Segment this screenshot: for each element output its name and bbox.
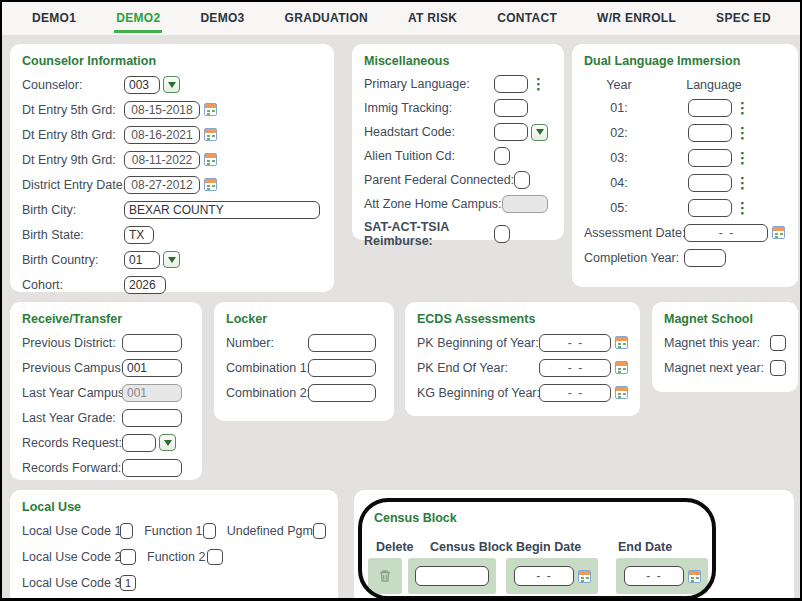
dual-language-immersion-card: Dual Language Immersion Year Language 01…	[572, 44, 798, 287]
birth-city-input[interactable]	[124, 201, 320, 219]
att-zone-home-campus-input	[502, 195, 548, 213]
dli-language-input-02[interactable]	[688, 124, 732, 142]
kg-beginning-of-year-label: KG Beginning of Year:	[417, 386, 539, 400]
last-year-campus-input	[122, 384, 182, 402]
tab-bar: DEMO1 DEMO2 DEMO3 GRADUATION AT RISK CON…	[2, 2, 800, 35]
headstart-code-input[interactable]	[494, 123, 528, 141]
district-entry-date-input[interactable]	[124, 176, 200, 194]
sat-act-tsia-input[interactable]	[494, 225, 510, 243]
calendar-icon[interactable]	[204, 153, 217, 166]
dt-entry-5th-input[interactable]	[124, 101, 200, 119]
counselor-dropdown-button[interactable]	[163, 76, 180, 93]
primary-language-input[interactable]	[494, 75, 528, 93]
alien-tuition-label: Alien Tuition Cd:	[364, 149, 494, 163]
tab-demo1[interactable]: DEMO1	[30, 5, 78, 33]
calendar-icon[interactable]	[204, 103, 217, 116]
previous-campus-input[interactable]	[122, 359, 182, 377]
ellipsis-icon[interactable]: ⋮	[735, 102, 750, 114]
tab-wr-enroll[interactable]: W/R ENROLL	[595, 5, 678, 33]
dli-language-input-04[interactable]	[688, 174, 732, 192]
birth-country-input[interactable]	[124, 251, 160, 269]
tab-demo2[interactable]: DEMO2	[114, 5, 162, 33]
completion-year-input[interactable]	[684, 249, 726, 267]
immig-tracking-label: Immig Tracking:	[364, 101, 494, 115]
tab-contact[interactable]: CONTACT	[495, 5, 559, 33]
census-block-input[interactable]	[415, 566, 489, 586]
magnet-this-year-checkbox[interactable]	[770, 335, 786, 351]
local-use-code-1-checkbox[interactable]	[120, 523, 133, 539]
end-date-input[interactable]	[624, 566, 684, 586]
alien-tuition-input[interactable]	[494, 147, 510, 165]
delete-button[interactable]	[368, 558, 402, 594]
begin-date-cell	[506, 558, 598, 594]
dli-language-input-05[interactable]	[688, 199, 732, 217]
census-block-title: Census Block	[374, 511, 457, 525]
previous-district-input[interactable]	[122, 334, 182, 352]
ellipsis-icon[interactable]: ⋮	[735, 127, 750, 139]
pk-end-of-year-input[interactable]	[539, 359, 611, 377]
kg-beginning-of-year-input[interactable]	[539, 384, 611, 402]
receive-transfer-card: Receive/Transfer Previous District: Prev…	[10, 302, 202, 480]
local-use-code-3-checkbox[interactable]: 1	[120, 575, 136, 591]
local-use-code-1-label: Local Use Code 1	[22, 524, 120, 538]
dli-language-input-01[interactable]	[688, 99, 732, 117]
ellipsis-icon[interactable]: ⋮	[735, 152, 750, 164]
tab-spec-ed[interactable]: SPEC ED	[714, 5, 773, 33]
calendar-icon[interactable]	[204, 178, 217, 191]
dt-entry-9th-label: Dt Entry 9th Grd:	[22, 153, 124, 167]
function-2-label: Function 2	[147, 550, 207, 564]
dli-language-input-03[interactable]	[688, 149, 732, 167]
calendar-icon[interactable]	[688, 570, 701, 583]
records-forward-input[interactable]	[122, 459, 182, 477]
birth-country-dropdown-button[interactable]	[163, 251, 180, 268]
last-year-grade-input[interactable]	[122, 409, 182, 427]
dt-entry-8th-input[interactable]	[124, 126, 200, 144]
undefined-pgm-checkbox[interactable]	[313, 523, 326, 539]
previous-district-label: Previous District:	[22, 336, 122, 350]
calendar-icon[interactable]	[615, 361, 628, 374]
calendar-icon[interactable]	[204, 128, 217, 141]
trash-icon	[377, 568, 393, 584]
pk-beginning-of-year-label: PK Beginning of Year:	[417, 336, 539, 350]
ellipsis-icon[interactable]: ⋮	[735, 202, 750, 214]
chevron-down-icon	[536, 129, 544, 135]
magnet-next-year-checkbox[interactable]	[770, 360, 786, 376]
calendar-icon[interactable]	[772, 226, 785, 239]
records-request-input[interactable]	[122, 434, 156, 452]
pk-beginning-of-year-input[interactable]	[539, 334, 611, 352]
calendar-icon[interactable]	[615, 336, 628, 349]
cohort-input[interactable]	[124, 276, 166, 294]
birth-state-input[interactable]	[124, 226, 154, 244]
function-2-checkbox[interactable]	[207, 549, 223, 565]
miscellaneous-card: Miscellaneous Primary Language: ⋮ Immig …	[352, 44, 564, 240]
headstart-dropdown-button[interactable]	[531, 124, 548, 141]
records-request-dropdown-button[interactable]	[159, 434, 176, 451]
locker-number-label: Number:	[226, 336, 308, 350]
counselor-input[interactable]	[124, 76, 160, 94]
calendar-icon[interactable]	[615, 386, 628, 399]
combination-1-input[interactable]	[308, 359, 376, 377]
calendar-icon[interactable]	[578, 570, 591, 583]
assessment-date-input[interactable]	[684, 224, 768, 242]
tab-graduation[interactable]: GRADUATION	[283, 5, 370, 33]
immig-tracking-input[interactable]	[494, 99, 528, 117]
district-entry-date-label: District Entry Date:	[22, 178, 124, 192]
ellipsis-icon[interactable]: ⋮	[735, 177, 750, 189]
parent-federal-connected-input[interactable]	[514, 171, 530, 189]
local-use-code-2-checkbox[interactable]	[120, 549, 136, 565]
birth-city-label: Birth City:	[22, 203, 124, 217]
ellipsis-icon[interactable]: ⋮	[531, 78, 546, 90]
locker-number-input[interactable]	[308, 334, 376, 352]
begin-date-input[interactable]	[514, 566, 574, 586]
tab-at-risk[interactable]: AT RISK	[406, 5, 459, 33]
function-1-checkbox[interactable]	[203, 523, 216, 539]
last-year-campus-label: Last Year Campus:	[22, 386, 122, 400]
undefined-pgm-label: Undefined Pgm	[227, 524, 313, 538]
ecds-assessments-title: ECDS Assessments	[417, 312, 628, 326]
local-use-code-2-label: Local Use Code 2	[22, 550, 120, 564]
counselor-information-title: Counselor Information	[22, 54, 322, 68]
combination-2-input[interactable]	[308, 384, 376, 402]
att-zone-home-campus-label: Att Zone Home Campus:	[364, 197, 502, 211]
tab-demo3[interactable]: DEMO3	[198, 5, 246, 33]
dt-entry-9th-input[interactable]	[124, 151, 200, 169]
